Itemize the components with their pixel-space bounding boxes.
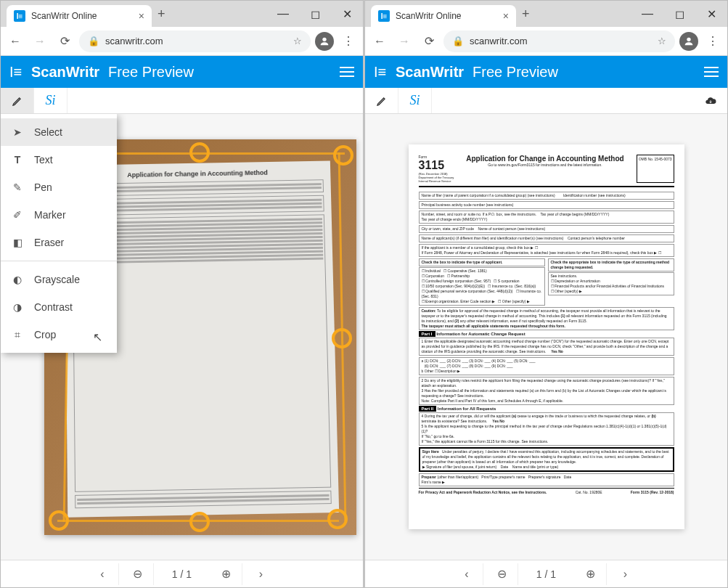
menu-button[interactable]: ⋮: [338, 31, 359, 52]
browser-tab[interactable]: I≡ ScanWritr Online ×: [371, 5, 516, 27]
forward-button[interactable]: →: [30, 31, 50, 52]
page-next-button[interactable]: ›: [610, 563, 642, 585]
tab-close-icon[interactable]: ×: [139, 10, 144, 22]
address-bar: ← → ⟳ 🔒 scanwritr.com ☆ ⋮: [365, 27, 727, 56]
minimize-icon[interactable]: —: [267, 4, 299, 24]
tab-close-icon[interactable]: ×: [503, 10, 509, 22]
editor-canvas[interactable]: ➤ Select T Text ✎ Pen ✐ Marker ◧ Eraser …: [1, 114, 363, 560]
new-tab-button[interactable]: +: [522, 7, 530, 22]
favicon-icon: I≡: [378, 10, 390, 22]
page-prev-button[interactable]: ‹: [451, 563, 483, 585]
eraser-icon: ◧: [11, 236, 24, 249]
brand-name: ScanWritr: [31, 64, 99, 81]
menu-select[interactable]: ➤ Select: [1, 118, 117, 146]
zoom-out-button[interactable]: ⊖: [122, 563, 154, 585]
toolbar: Si: [1, 88, 363, 114]
app-header: I≡ ScanWritr Free Preview: [365, 56, 727, 88]
pen-icon: ✎: [11, 181, 24, 194]
close-icon[interactable]: ✕: [331, 4, 363, 24]
brand-subtitle: Free Preview: [108, 64, 194, 81]
menu-grayscale[interactable]: ◐ Grayscale: [1, 266, 117, 293]
titlebar: I≡ ScanWritr Online × + — ◻ ✕: [365, 1, 727, 27]
menu-pen[interactable]: ✎ Pen: [1, 173, 117, 201]
menu-crop[interactable]: ⌗ Crop ↖: [1, 321, 117, 348]
marker-icon: ✐: [11, 208, 24, 221]
grayscale-icon: ◐: [11, 273, 24, 286]
bookmark-icon[interactable]: ☆: [658, 36, 666, 46]
crop-handle-bl[interactable]: [49, 510, 69, 531]
form-instructions: Go to www.irs.gov/Form3115 for instructi…: [459, 163, 630, 167]
brand-subtitle: Free Preview: [473, 64, 558, 81]
form-number: 3115: [419, 159, 454, 172]
lock-icon: 🔒: [88, 36, 99, 46]
processed-document: Form 3115 (Rev. December 2018)Department…: [409, 144, 684, 529]
profile-avatar[interactable]: [679, 32, 698, 51]
back-button[interactable]: ←: [369, 31, 390, 52]
browser-window-left: I≡ ScanWritr Online × + — ◻ ✕ ← → ⟳ 🔒 sc…: [0, 0, 364, 588]
editor-canvas[interactable]: Form 3115 (Rev. December 2018)Department…: [365, 114, 727, 560]
pointer-cursor-icon: ↖: [93, 330, 102, 344]
crop-handle-br[interactable]: [327, 509, 348, 529]
browser-window-right: I≡ ScanWritr Online × + — ◻ ✕ ← → ⟳ 🔒 sc…: [364, 0, 728, 588]
window-controls: — ◻ ✕: [267, 4, 363, 24]
sign-tool-button[interactable]: Si: [398, 88, 432, 113]
tab-title: ScanWritr Online: [31, 11, 97, 21]
brand-icon: I≡: [374, 64, 390, 81]
zoom-in-button[interactable]: ⊕: [575, 563, 607, 585]
back-button[interactable]: ←: [5, 31, 25, 52]
pager: ‹ ⊖ 1 / 1 ⊕ ›: [365, 560, 727, 587]
page-indicator: 1 / 1: [157, 568, 208, 580]
sign-tool-button[interactable]: Si: [34, 88, 68, 113]
reload-button[interactable]: ⟳: [419, 31, 439, 52]
url-text: scanwritr.com: [470, 36, 527, 46]
tab-title: ScanWritr Online: [396, 11, 461, 21]
hamburger-icon[interactable]: [704, 67, 719, 77]
bookmark-icon[interactable]: ☆: [293, 36, 302, 46]
url-text: scanwritr.com: [105, 36, 163, 46]
menu-text[interactable]: T Text: [1, 146, 117, 173]
maximize-icon[interactable]: ◻: [663, 4, 695, 24]
pager: ‹ ⊖ 1 / 1 ⊕ ›: [1, 560, 363, 587]
profile-avatar[interactable]: [315, 32, 334, 51]
page-indicator: 1 / 1: [521, 568, 572, 580]
reload-button[interactable]: ⟳: [54, 31, 75, 52]
favicon-icon: I≡: [14, 10, 25, 22]
contrast-icon: ◑: [11, 301, 24, 314]
crop-handle-tr[interactable]: [333, 145, 353, 166]
hamburger-icon[interactable]: [340, 67, 354, 77]
close-icon[interactable]: ✕: [695, 4, 727, 24]
menu-contrast[interactable]: ◑ Contrast: [1, 293, 117, 321]
titlebar: I≡ ScanWritr Online × + — ◻ ✕: [1, 1, 363, 27]
edit-tool-button[interactable]: [365, 88, 398, 113]
zoom-out-button[interactable]: ⊖: [486, 563, 518, 585]
url-field[interactable]: 🔒 scanwritr.com ☆: [443, 30, 675, 52]
window-controls: — ◻ ✕: [631, 4, 727, 24]
crop-handle-tm[interactable]: [189, 142, 210, 163]
text-icon: T: [11, 153, 24, 166]
minimize-icon[interactable]: —: [631, 4, 663, 24]
address-bar: ← → ⟳ 🔒 scanwritr.com ☆ ⋮: [1, 27, 363, 56]
brand-icon: I≡: [9, 64, 25, 81]
menu-marker[interactable]: ✐ Marker: [1, 201, 117, 229]
menu-button[interactable]: ⋮: [703, 31, 723, 52]
crop-handle-mr[interactable]: [332, 328, 352, 348]
maximize-icon[interactable]: ◻: [299, 4, 331, 24]
edit-tool-button[interactable]: [1, 88, 34, 113]
svg-point-0: [322, 37, 326, 41]
svg-point-1: [687, 37, 690, 41]
menu-eraser[interactable]: ◧ Eraser: [1, 229, 117, 256]
menu-separator: [1, 261, 117, 261]
cloud-download-button[interactable]: [694, 88, 727, 113]
zoom-in-button[interactable]: ⊕: [210, 563, 242, 585]
lock-icon: 🔒: [452, 36, 464, 46]
url-field[interactable]: 🔒 scanwritr.com ☆: [79, 30, 311, 52]
form-title: Application for Change in Accounting Met…: [459, 155, 630, 163]
page-next-button[interactable]: ›: [245, 563, 277, 585]
crop-icon: ⌗: [11, 328, 24, 341]
toolbar: Si: [365, 88, 727, 114]
browser-tab[interactable]: I≡ ScanWritr Online ×: [7, 5, 152, 27]
new-tab-button[interactable]: +: [158, 7, 165, 22]
crop-handle-bm[interactable]: [189, 512, 210, 532]
page-prev-button[interactable]: ‹: [87, 563, 119, 585]
forward-button[interactable]: →: [394, 31, 414, 52]
